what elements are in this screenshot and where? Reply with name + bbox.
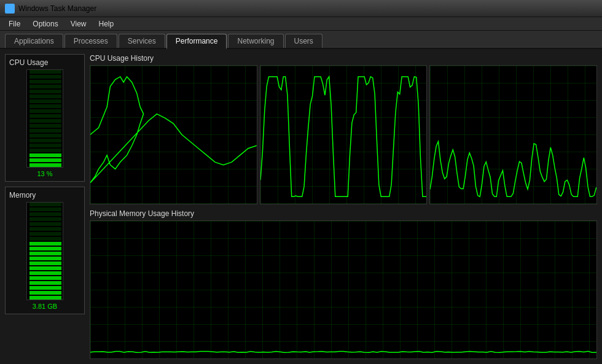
memory-chart-1	[90, 220, 597, 360]
cpu-label: CPU Usage	[9, 58, 80, 67]
left-column: CPU Usage 13 % Memory 3.81 GB	[5, 54, 85, 359]
cpu-chart-2-svg	[260, 66, 427, 204]
cpu-chart-1	[90, 65, 257, 204]
tab-bar: Applications Processes Services Performa…	[0, 31, 602, 49]
menu-bar: File Options View Help	[0, 17, 602, 31]
main-content: CPU Usage 13 % Memory 3.81 GB CPU Usage …	[0, 49, 602, 364]
memory-history-section: Physical Memory Usage History	[90, 209, 597, 360]
right-column: CPU Usage History Physical Memory Usage …	[90, 54, 597, 359]
cpu-bar-canvas	[27, 70, 63, 168]
menu-help[interactable]: Help	[93, 18, 120, 29]
cpu-history-label: CPU Usage History	[90, 54, 597, 63]
cpu-charts-row	[90, 65, 597, 204]
memory-bar-container	[26, 202, 63, 300]
memory-charts-row	[90, 220, 597, 360]
memory-chart-1-svg	[90, 221, 596, 359]
tab-users[interactable]: Users	[285, 34, 322, 48]
cpu-history-section: CPU Usage History	[90, 54, 597, 204]
title-bar: Windows Task Manager	[0, 0, 602, 17]
memory-label: Memory	[9, 191, 80, 199]
tab-applications[interactable]: Applications	[5, 34, 63, 48]
tab-processes[interactable]: Processes	[64, 34, 117, 48]
menu-view[interactable]: View	[64, 18, 93, 29]
app-icon	[5, 4, 15, 14]
cpu-value: 13 %	[9, 170, 80, 177]
mem-bar-canvas	[27, 203, 63, 300]
cpu-bar-container	[26, 69, 63, 168]
memory-box: Memory 3.81 GB	[5, 187, 85, 314]
menu-options[interactable]: Options	[26, 18, 64, 29]
tab-performance[interactable]: Performance	[166, 34, 227, 49]
cpu-chart-3-svg	[430, 66, 596, 204]
memory-value: 3.81 GB	[9, 303, 80, 310]
cpu-usage-box: CPU Usage 13 %	[5, 54, 85, 182]
cpu-chart-2	[260, 65, 428, 204]
tab-networking[interactable]: Networking	[228, 34, 283, 48]
memory-history-label: Physical Memory Usage History	[90, 209, 597, 218]
title-text: Windows Task Manager	[18, 4, 96, 13]
cpu-chart-3	[429, 65, 597, 204]
cpu-chart-1-svg	[90, 66, 257, 204]
menu-file[interactable]: File	[2, 18, 26, 29]
tab-services[interactable]: Services	[119, 34, 165, 48]
